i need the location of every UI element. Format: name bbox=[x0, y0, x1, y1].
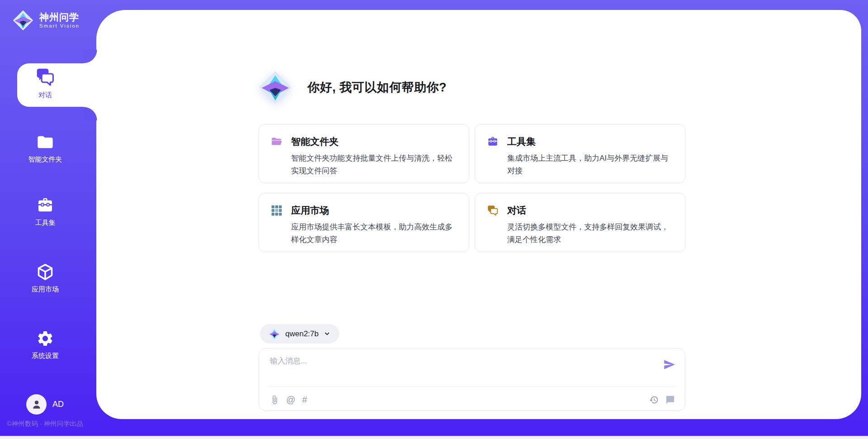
grid-icon bbox=[271, 205, 283, 216]
sidebar-item-smart-folder[interactable]: 智能文件夹 bbox=[0, 133, 90, 164]
history-button[interactable] bbox=[649, 395, 659, 405]
chat-bubble-icon bbox=[665, 395, 675, 405]
hash-button[interactable]: # bbox=[302, 395, 307, 405]
mention-button[interactable]: @ bbox=[286, 395, 295, 405]
history-icon bbox=[649, 395, 659, 405]
send-icon bbox=[663, 358, 675, 371]
sidebar-item-settings[interactable]: 系统设置 bbox=[0, 329, 90, 360]
sidebar-item-label: 智能文件夹 bbox=[28, 155, 62, 164]
brand-subtitle: Smart Vision bbox=[39, 23, 80, 29]
card-app-market[interactable]: 应用市场 应用市场提供丰富长文本模板，助力高效生成多样化文章内容 bbox=[259, 193, 469, 252]
sidebar: 神州问学 Smart Vision 对话 智能文件夹 工具集 应用市场 系统设置 bbox=[0, 0, 96, 439]
card-description: 应用市场提供丰富长文本模板，助力高效生成多样化文章内容 bbox=[291, 221, 459, 246]
card-title: 智能文件夹 bbox=[291, 135, 458, 148]
message-input[interactable] bbox=[270, 356, 654, 381]
greeting-title: 你好, 我可以如何帮助你? bbox=[307, 79, 447, 95]
user-account[interactable]: AD bbox=[26, 394, 64, 415]
composer-toolbar: @ # bbox=[270, 391, 675, 408]
sidebar-item-label: 工具集 bbox=[35, 219, 56, 227]
cube-icon bbox=[36, 263, 54, 281]
brand-diamond-icon bbox=[269, 328, 280, 340]
user-initials: AD bbox=[52, 400, 64, 409]
composer-divider bbox=[268, 387, 676, 387]
attach-button[interactable] bbox=[270, 395, 279, 405]
brand-diamond-icon bbox=[13, 10, 33, 31]
avatar bbox=[26, 394, 47, 415]
feature-cards: 智能文件夹 智能文件夹功能支持批量文件上传与清洗，轻松实现文件问答 工具集 集成… bbox=[259, 124, 685, 252]
chat-icon bbox=[487, 205, 499, 216]
brand-logo: 神州问学 Smart Vision bbox=[13, 10, 80, 31]
sidebar-item-label: 对话 bbox=[38, 91, 52, 100]
app-background: 神州问学 Smart Vision 对话 智能文件夹 工具集 应用市场 系统设置 bbox=[0, 0, 868, 439]
card-description: 智能文件夹功能支持批量文件上传与清洗，轻松实现文件问答 bbox=[291, 152, 459, 177]
send-button[interactable] bbox=[662, 358, 676, 372]
toolbox-icon bbox=[487, 136, 499, 148]
folder-open-icon bbox=[271, 136, 283, 148]
card-chat[interactable]: 对话 灵活切换多模型文件，支持多样回复效果调试，满足个性化需求 bbox=[475, 193, 685, 252]
sidebar-item-label: 应用市场 bbox=[32, 285, 59, 294]
copyright-text: ©神州数码 · 神州问学出品 bbox=[7, 420, 96, 428]
folder-icon bbox=[36, 133, 54, 151]
card-toolset[interactable]: 工具集 集成市场上主流工具，助力AI与外界无缝扩展与对接 bbox=[475, 124, 685, 183]
sidebar-item-label: 系统设置 bbox=[32, 352, 59, 360]
card-title: 应用市场 bbox=[291, 204, 458, 217]
card-description: 集成市场上主流工具，助力AI与外界无缝扩展与对接 bbox=[507, 152, 675, 177]
brand-text: 神州问学 Smart Vision bbox=[39, 12, 80, 29]
chevron-down-icon bbox=[324, 330, 330, 337]
toolbox-icon bbox=[36, 196, 54, 215]
paperclip-icon bbox=[270, 395, 279, 405]
composer: @ # bbox=[259, 348, 685, 411]
sidebar-item-toolset[interactable]: 工具集 bbox=[0, 196, 90, 227]
sidebar-item-chat[interactable]: 对话 bbox=[0, 67, 90, 100]
gear-icon bbox=[36, 329, 54, 348]
brand-diamond-icon bbox=[259, 71, 292, 104]
sidebar-item-app-market[interactable]: 应用市场 bbox=[0, 263, 90, 294]
model-name: qwen2:7b bbox=[285, 329, 319, 339]
greeting: 你好, 我可以如何帮助你? bbox=[259, 71, 447, 104]
window-bottom-edge bbox=[0, 436, 868, 439]
quick-phrases-button[interactable] bbox=[665, 395, 675, 405]
card-smart-folder[interactable]: 智能文件夹 智能文件夹功能支持批量文件上传与清洗，轻松实现文件问答 bbox=[259, 124, 469, 183]
brand-name: 神州问学 bbox=[39, 12, 80, 23]
card-description: 灵活切换多模型文件，支持多样回复效果调试，满足个性化需求 bbox=[507, 221, 675, 246]
model-selector[interactable]: qwen2:7b bbox=[260, 324, 339, 344]
chat-icon bbox=[35, 67, 55, 87]
card-title: 工具集 bbox=[507, 135, 674, 148]
person-icon bbox=[31, 399, 42, 410]
card-title: 对话 bbox=[507, 204, 674, 217]
